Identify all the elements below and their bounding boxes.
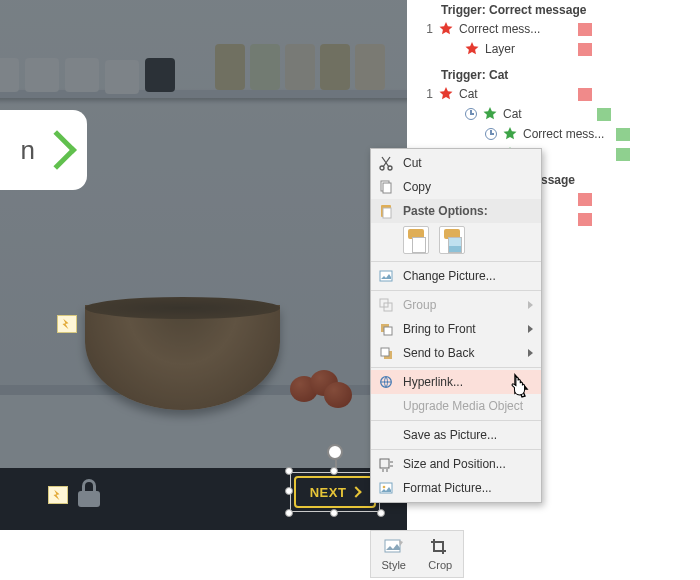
menu-bring-to-front[interactable]: Bring to Front (371, 317, 541, 341)
duration-bar[interactable] (578, 43, 592, 56)
blank-icon (377, 426, 395, 444)
duration-bar[interactable] (616, 148, 630, 161)
menu-cut[interactable]: Cut (371, 151, 541, 175)
picture-tools-strip: Style Crop (370, 530, 464, 578)
svg-point-16 (383, 486, 386, 489)
animation-label: Correct mess... (523, 127, 604, 141)
resize-handle[interactable] (285, 467, 293, 475)
crop-icon (429, 537, 451, 557)
animation-label: Cat (503, 107, 522, 121)
tomatoes-image (290, 370, 360, 410)
menu-label: Size and Position... (403, 457, 506, 471)
callout-text: n (21, 135, 35, 166)
send-back-icon (377, 344, 395, 362)
tool-label: Crop (428, 559, 452, 571)
next-button[interactable]: NEXT (294, 476, 376, 508)
paste-as-picture-button[interactable] (439, 226, 465, 254)
star-icon (439, 22, 453, 36)
menu-label: Hyperlink... (403, 375, 463, 389)
menu-separator (371, 449, 541, 450)
resize-handle[interactable] (330, 509, 338, 517)
menu-label: Group (403, 298, 436, 312)
menu-label: Format Picture... (403, 481, 492, 495)
menu-group: Group (371, 293, 541, 317)
rotate-handle[interactable] (327, 444, 343, 460)
animation-row[interactable]: Correct mess... (411, 124, 696, 144)
chevron-right-icon (351, 486, 362, 497)
duration-bar[interactable] (616, 128, 630, 141)
menu-separator (371, 261, 541, 262)
menu-paste-options-header: Paste Options: (371, 199, 541, 223)
svg-rect-12 (381, 348, 389, 356)
star-icon (439, 87, 453, 101)
menu-size-and-position[interactable]: Size and Position... (371, 452, 541, 476)
animation-badge-icon[interactable] (57, 315, 77, 333)
menu-separator (371, 290, 541, 291)
anim-index: 1 (411, 22, 433, 36)
kitchen-scene (0, 0, 407, 460)
svg-point-0 (380, 166, 384, 170)
group-icon (377, 296, 395, 314)
hyperlink-icon (377, 373, 395, 391)
menu-change-picture[interactable]: Change Picture... (371, 264, 541, 288)
paste-keep-formatting-button[interactable] (403, 226, 429, 254)
paste-options-row (371, 223, 541, 259)
bowl-image[interactable] (85, 305, 280, 410)
animation-label: Correct mess... (459, 22, 540, 36)
menu-format-picture[interactable]: Format Picture... (371, 476, 541, 500)
menu-label: Send to Back (403, 346, 474, 360)
menu-separator (371, 420, 541, 421)
animation-row[interactable]: 1Cat (411, 84, 696, 104)
crop-button[interactable]: Crop (417, 531, 464, 577)
animation-label: Layer (485, 42, 515, 56)
animation-row[interactable]: 1Correct mess... (411, 19, 696, 39)
callout-shape[interactable]: n (0, 110, 87, 190)
menu-send-to-back[interactable]: Send to Back (371, 341, 541, 365)
submenu-arrow-icon (528, 349, 533, 357)
chevron-right-icon (37, 130, 77, 170)
star-icon (503, 127, 517, 141)
anim-index: 1 (411, 87, 433, 101)
resize-handle[interactable] (377, 509, 385, 517)
blank-icon (377, 397, 395, 415)
menu-label: Copy (403, 180, 431, 194)
animation-row[interactable]: Layer (411, 39, 696, 59)
resize-handle[interactable] (330, 467, 338, 475)
duration-bar[interactable] (578, 213, 592, 226)
resize-handle[interactable] (285, 487, 293, 495)
trigger-heading[interactable]: ssage (541, 173, 696, 187)
selection-frame[interactable]: NEXT (290, 472, 380, 512)
trigger-heading[interactable]: Trigger: Correct message (441, 3, 696, 17)
svg-rect-10 (384, 327, 392, 335)
size-position-icon (377, 455, 395, 473)
svg-rect-3 (383, 183, 391, 193)
resize-handle[interactable] (285, 509, 293, 517)
menu-label: Save as Picture... (403, 428, 497, 442)
submenu-arrow-icon (528, 325, 533, 333)
svg-point-1 (388, 166, 392, 170)
context-menu: Cut Copy Paste Options: Change Picture..… (370, 148, 542, 503)
menu-label: Paste Options: (403, 204, 488, 218)
duration-bar[interactable] (578, 23, 592, 36)
next-button-label: NEXT (310, 485, 347, 500)
lock-icon (78, 481, 102, 507)
bring-front-icon (377, 320, 395, 338)
slide-canvas[interactable]: n NEXT (0, 0, 407, 530)
style-button[interactable]: Style (371, 531, 417, 577)
clock-icon (465, 108, 477, 120)
svg-rect-5 (383, 208, 391, 218)
trigger-heading[interactable]: Trigger: Cat (441, 68, 696, 82)
duration-bar[interactable] (597, 108, 611, 121)
animation-badge-icon[interactable] (48, 486, 68, 504)
cut-icon (377, 154, 395, 172)
menu-save-as-picture[interactable]: Save as Picture... (371, 423, 541, 447)
menu-copy[interactable]: Copy (371, 175, 541, 199)
animation-row[interactable]: Cat (411, 104, 696, 124)
pointer-cursor-icon (508, 372, 534, 405)
duration-bar[interactable] (578, 88, 592, 101)
menu-label: Cut (403, 156, 422, 170)
duration-bar[interactable] (578, 193, 592, 206)
clock-icon (485, 128, 497, 140)
paste-icon (377, 202, 395, 220)
menu-label: Upgrade Media Object (403, 399, 523, 413)
